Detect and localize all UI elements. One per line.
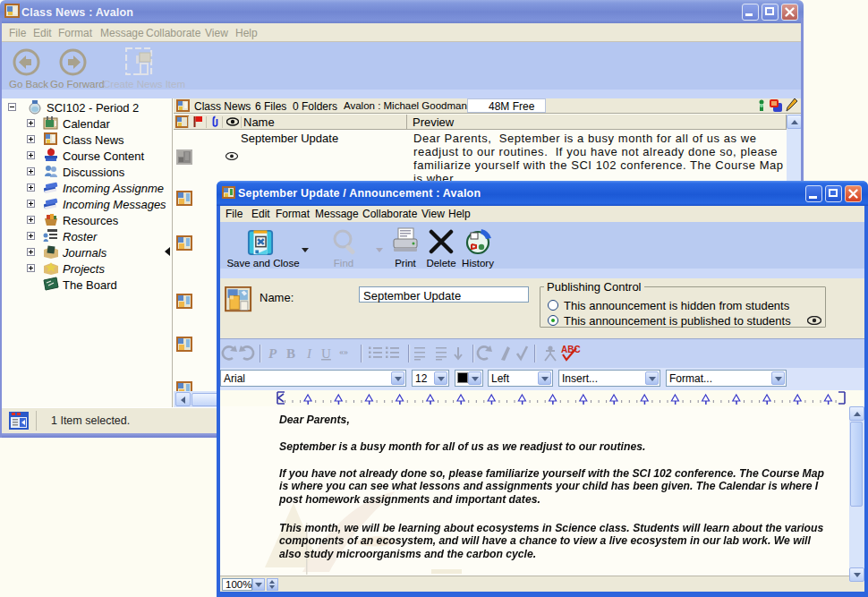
svg-text:I: I [306, 346, 312, 361]
svg-text:B: B [286, 346, 295, 361]
svg-text:P: P [268, 346, 277, 361]
svg-text:U: U [321, 346, 331, 361]
svg-text:ABC: ABC [561, 345, 581, 354]
svg-text:«»: «» [339, 346, 348, 356]
